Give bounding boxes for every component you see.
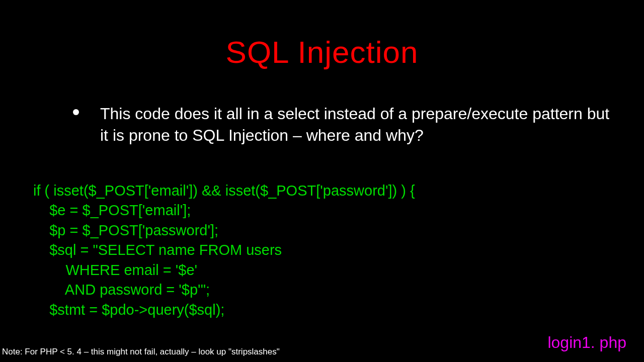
bullet-text: This code does it all in a select instea… bbox=[100, 103, 614, 146]
footer-note: Note: For PHP < 5. 4 – this might not fa… bbox=[2, 347, 280, 357]
slide-title: SQL Injection bbox=[0, 0, 644, 70]
filename-label: login1. php bbox=[547, 333, 626, 352]
bullet-item: This code does it all in a select instea… bbox=[73, 103, 614, 146]
bullet-dot-icon bbox=[73, 109, 79, 115]
code-block: if ( isset($_POST['email']) && isset($_P… bbox=[33, 181, 415, 320]
